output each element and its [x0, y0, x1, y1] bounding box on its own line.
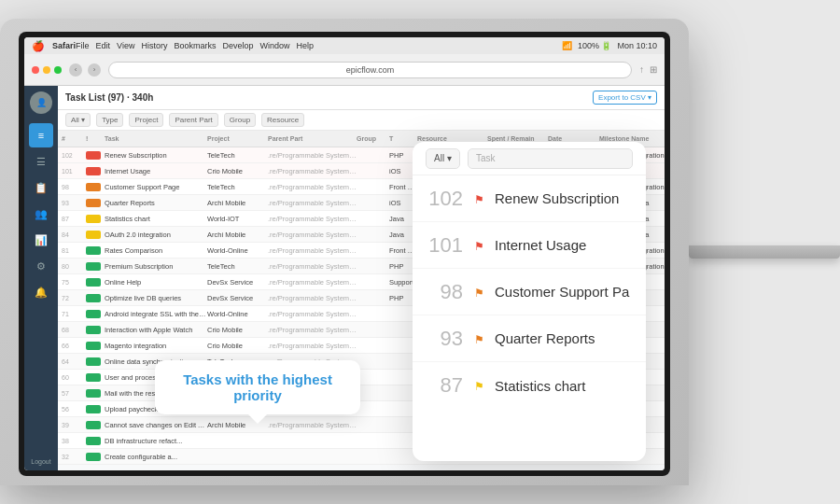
- cell-pri: [86, 357, 105, 366]
- menu-safari[interactable]: Safari: [52, 41, 76, 50]
- cell-num: 39: [58, 422, 86, 428]
- cell-project: Archi Mobile: [207, 421, 268, 429]
- cell-resource: Floyd Gibbs: [417, 167, 487, 175]
- sidebar-item-reports[interactable]: 📊: [29, 228, 53, 252]
- filter-resource[interactable]: Resource: [261, 113, 304, 127]
- table-row[interactable]: 71 Android integrate SSL with the projec…: [58, 306, 665, 322]
- cell-milestone: Ready for integration: [599, 183, 665, 191]
- menu-develop[interactable]: Develop: [222, 41, 253, 50]
- cell-type: Support: [389, 278, 417, 287]
- table-row[interactable]: 57 Mail with the reset password link is …: [58, 385, 665, 401]
- table-row[interactable]: 38 DB infrastructure refact...: [58, 433, 665, 449]
- filter-project[interactable]: Project: [129, 113, 163, 127]
- back-button[interactable]: ‹: [69, 63, 82, 77]
- table-row[interactable]: 87 Statistics chart World-IOT .re/Progra…: [58, 211, 665, 227]
- filter-group[interactable]: Group: [224, 113, 256, 127]
- cell-project: DevSx Service: [207, 278, 268, 287]
- sidebar-item-notifications[interactable]: 🔔: [29, 280, 53, 304]
- cell-task: Rates Comparison: [105, 246, 207, 255]
- maximize-button[interactable]: [54, 66, 62, 74]
- table-row[interactable]: 68 Interaction with Apple Watch Crio Mob…: [58, 322, 665, 338]
- cell-milestone: Integration Data: [599, 215, 665, 223]
- table-row[interactable]: 39 Cannot save changes on Edit Address A…: [58, 417, 665, 433]
- cell-date: 21-09-2017: [548, 167, 599, 175]
- table-row[interactable]: 66 Magento integration Crio Mobile .re/P…: [58, 338, 665, 354]
- sidebar-item-list[interactable]: ☰: [29, 149, 53, 174]
- menu-edit[interactable]: Edit: [96, 41, 111, 50]
- cell-parent: .re/Programmable Systems/TV: [268, 389, 357, 398]
- cell-project: TeleTech: [207, 262, 268, 271]
- cell-project: Crio Mobile: [207, 342, 268, 350]
- sidebar-logout[interactable]: Logout: [31, 458, 50, 465]
- table-row[interactable]: 75 Online Help DevSx Service .re/Program…: [58, 274, 665, 290]
- address-bar[interactable]: epicflow.com: [108, 62, 632, 78]
- users-icon: 👥: [35, 208, 48, 220]
- table-row[interactable]: 72 Optimize live DB queries DevSx Servic…: [58, 290, 665, 306]
- cell-type: Java: [389, 215, 417, 223]
- cell-date: 06-10-2017: [548, 231, 599, 239]
- tab-icon[interactable]: ⊞: [650, 64, 657, 75]
- forward-button[interactable]: ›: [88, 63, 101, 77]
- menu-bookmarks[interactable]: Bookmarks: [174, 41, 216, 50]
- cell-type: PHP: [389, 294, 417, 302]
- cell-task: OAuth 2.0 integration: [105, 231, 207, 239]
- cell-task: Optimize live DB queries: [105, 294, 207, 302]
- table-row[interactable]: 101 Internet Usage Crio Mobile .re/Progr…: [58, 163, 665, 179]
- sidebar-item-projects[interactable]: 📋: [29, 175, 53, 200]
- sidebar-item-users[interactable]: 👥: [29, 202, 53, 226]
- cell-pri: [86, 199, 105, 207]
- filter-type[interactable]: Type: [96, 113, 123, 127]
- table-row[interactable]: 93 Quarter Reports Archi Mobile .re/Prog…: [58, 195, 665, 211]
- menu-window[interactable]: Window: [259, 41, 289, 50]
- cell-task: Interaction with Apple Watch: [105, 326, 207, 334]
- close-button[interactable]: [32, 66, 39, 74]
- table-row[interactable]: 98 Customer Support Page TeleTech .re/Pr…: [58, 179, 665, 195]
- filter-all[interactable]: All ▾: [65, 113, 91, 127]
- col-pri: !: [86, 135, 105, 142]
- cell-project: Archi Mobile: [207, 199, 268, 207]
- filter-parent[interactable]: Parent Part: [169, 113, 217, 127]
- menu-history[interactable]: History: [141, 41, 167, 50]
- table-row[interactable]: 32 Create configurable a...: [58, 449, 665, 465]
- cell-pri: [86, 326, 105, 334]
- cell-project: Archi Mobile: [207, 373, 268, 382]
- cell-parent: .re/Programmable Systems/Mobile: [268, 167, 357, 175]
- list-icon: ☰: [36, 156, 46, 168]
- screen-bezel: 🍎 Safari File Edit View History Bookmark…: [19, 32, 670, 476]
- clock: Mon 10:10: [617, 41, 657, 50]
- table-row[interactable]: 56 Upload paycheck documents to personne…: [58, 401, 665, 417]
- menu-help[interactable]: Help: [296, 41, 314, 50]
- cell-milestone: Refactoring: [599, 294, 665, 302]
- cell-num: 72: [58, 295, 86, 301]
- table-header: # ! Task Project Parent Part Group T Res…: [58, 131, 665, 147]
- cell-num: 64: [58, 358, 86, 365]
- cell-milestone: Integration Data: [599, 199, 665, 207]
- sidebar-item-settings[interactable]: ⚙: [29, 254, 53, 278]
- user-avatar[interactable]: 👤: [30, 91, 52, 114]
- cell-spent: 0h / 2h 30m: [487, 199, 548, 207]
- menu-view[interactable]: View: [117, 41, 134, 50]
- table-row[interactable]: 80 Premium Subscription TeleTech .re/Pro…: [58, 259, 665, 274]
- cell-num: 32: [58, 454, 86, 460]
- menu-file[interactable]: File: [76, 41, 90, 50]
- table-row[interactable]: 84 OAuth 2.0 integration Archi Mobile .r…: [58, 227, 665, 243]
- tasks-icon: ≡: [38, 130, 44, 141]
- sidebar-item-tasks[interactable]: ≡: [29, 123, 53, 147]
- task-rows-container: 102 Renew Subscription TeleTech .re/Prog…: [58, 147, 665, 465]
- cell-milestone: Ready for integration: [599, 151, 665, 160]
- export-csv-button[interactable]: Export to CSV ▾: [593, 91, 657, 105]
- cell-resource: Betty Luna: [417, 183, 487, 191]
- share-icon[interactable]: ↑: [639, 64, 644, 75]
- browser-chrome: ‹ › epicflow.com ↑ ⊞: [24, 54, 665, 86]
- cell-pri: [86, 373, 105, 382]
- table-row[interactable]: 81 Rates Comparison World-Online .re/Pro…: [58, 243, 665, 259]
- cell-date: 25-07-2017: [548, 151, 599, 160]
- cell-num: 98: [58, 184, 86, 190]
- cell-parent: .re/Programmable Systems/TV: [268, 246, 357, 255]
- minimize-button[interactable]: [43, 66, 50, 74]
- table-row[interactable]: 102 Renew Subscription TeleTech .re/Prog…: [58, 147, 665, 163]
- col-milestone: Milestone Name: [599, 135, 665, 142]
- table-row[interactable]: 60 User and process role management Arch…: [58, 370, 665, 385]
- table-row[interactable]: 64 Online data synchronization TeleTech …: [58, 354, 665, 370]
- cell-project: Crio Mobile: [207, 167, 268, 175]
